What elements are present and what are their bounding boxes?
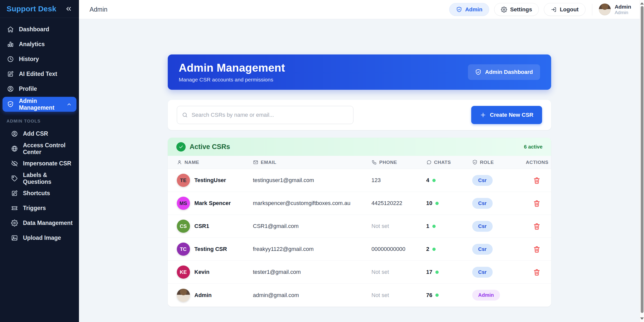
avatar: KE xyxy=(177,266,190,279)
user-chip[interactable]: Admin Admin xyxy=(599,4,631,16)
phone-cell: Not set xyxy=(372,269,426,275)
role-badge: Csr xyxy=(472,175,493,186)
sidebar-item-label: Shortcuts xyxy=(23,190,50,197)
scrollbar-down-arrow[interactable] xyxy=(640,317,644,320)
avatar-photo xyxy=(177,289,190,302)
mail-icon xyxy=(253,160,258,165)
image-icon xyxy=(11,235,18,241)
sidebar-item-upload-image[interactable]: Upload Image xyxy=(0,230,79,245)
user-role: Admin xyxy=(615,10,631,16)
sidebar-section-label: ADMIN TOOLS xyxy=(7,119,79,124)
active-csrs-header: Active CSRs 6 active xyxy=(168,138,551,156)
chats-cell: 2 xyxy=(426,246,472,252)
sidebar-item-triggers[interactable]: Triggers xyxy=(0,201,79,216)
search-card: Create New CSR xyxy=(168,100,551,130)
name-cell: CSCSR1 xyxy=(177,220,253,233)
sidebar-logo-row: Support Desk xyxy=(0,0,79,18)
sidebar-collapse-button[interactable] xyxy=(65,5,72,13)
shield-check-icon xyxy=(475,69,482,75)
delete-csr-button[interactable] xyxy=(531,175,542,186)
settings-button[interactable]: Settings xyxy=(494,3,539,16)
sidebar-item-data-management[interactable]: Data Management xyxy=(0,216,79,230)
chats-cell: 4 xyxy=(426,177,472,184)
sidebar-tools-nav: Add CSRAccess Control CenterImpersonate … xyxy=(0,126,79,245)
page-scrollbar[interactable] xyxy=(640,0,644,322)
shield-icon xyxy=(472,160,478,165)
role-cell: Csr xyxy=(472,221,526,232)
avatar: CS xyxy=(177,220,190,233)
trash-icon xyxy=(533,199,541,207)
sidebar-item-label: Impersonate CSR xyxy=(23,160,71,167)
sidebar-item-label: Data Management xyxy=(23,220,73,226)
app-root: Support Desk DashboardAnalyticsHistoryAI… xyxy=(0,0,644,322)
logout-button[interactable]: Logout xyxy=(544,3,585,16)
admin-role-badge[interactable]: Admin xyxy=(449,3,489,16)
chevrons-left-icon xyxy=(65,5,72,13)
clock-icon xyxy=(7,56,14,63)
phone-icon xyxy=(372,160,377,165)
search-icon xyxy=(182,112,188,118)
sidebar-item-shortcuts[interactable]: Shortcuts xyxy=(0,186,79,201)
sidebar-item-ai-edited-text[interactable]: AI Edited Text xyxy=(0,67,79,81)
ticket-icon xyxy=(11,205,18,212)
column-name: NAME xyxy=(177,160,253,165)
topbar-right: Admin Settings Logout Admin Admin xyxy=(449,3,631,16)
table-rows: TETestingUsertestinguser1@gmail.com1234C… xyxy=(168,169,551,307)
sidebar-item-admin-management[interactable]: Admin Management xyxy=(3,97,76,112)
scrollbar-thumb[interactable] xyxy=(641,6,643,313)
delete-csr-button[interactable] xyxy=(531,267,542,277)
sidebar-item-label: Triggers xyxy=(23,205,46,212)
page-title: Admin xyxy=(90,6,107,13)
role-badge: Admin xyxy=(472,290,500,301)
admin-dashboard-button[interactable]: Admin Dashboard xyxy=(468,64,540,80)
role-badge: Csr xyxy=(472,267,493,278)
sidebar-item-label: Profile xyxy=(19,85,37,92)
sidebar-item-dashboard[interactable]: Dashboard xyxy=(0,22,79,37)
main-content: Admin Management Manage CSR accounts and… xyxy=(79,19,640,322)
role-badge: Csr xyxy=(472,244,493,255)
sidebar-item-analytics[interactable]: Analytics xyxy=(0,37,79,52)
table-row: MSMark Spencermarkspencer@customgiftboxe… xyxy=(168,192,551,215)
sidebar-item-history[interactable]: History xyxy=(0,52,79,67)
sidebar-item-label: History xyxy=(19,56,39,63)
chats-cell: 1 xyxy=(426,223,472,229)
shield-check-icon xyxy=(456,7,462,13)
chats-cell: 76 xyxy=(426,292,472,299)
scrollbar-up-arrow[interactable] xyxy=(640,2,644,5)
delete-csr-button[interactable] xyxy=(531,244,542,254)
trash-icon xyxy=(533,268,541,276)
delete-csr-button[interactable] xyxy=(531,198,542,209)
sidebar-item-access-control-center[interactable]: Access Control Center xyxy=(0,141,79,156)
check-circle-icon xyxy=(176,142,186,152)
role-cell: Csr xyxy=(472,175,526,186)
user-circle-icon xyxy=(7,85,14,92)
table-row: Adminadmin@gmail.comNot set76Admin xyxy=(168,284,551,307)
actions-cell xyxy=(526,175,542,186)
phone-cell: 00000000000 xyxy=(372,246,426,252)
sidebar-item-labels-questions[interactable]: Labels & Questions xyxy=(0,171,79,186)
column-actions: ACTIONS xyxy=(526,160,549,165)
online-dot xyxy=(435,294,439,297)
user-icon xyxy=(177,160,182,165)
create-new-csr-button[interactable]: Create New CSR xyxy=(471,106,542,124)
search-input[interactable] xyxy=(177,106,353,124)
table-row: TETestingUsertestinguser1@gmail.com1234C… xyxy=(168,169,551,192)
sidebar-item-profile[interactable]: Profile xyxy=(0,81,79,96)
sidebar-item-add-csr[interactable]: Add CSR xyxy=(0,126,79,141)
column-chats: CHATS xyxy=(426,160,472,165)
trash-icon xyxy=(533,177,541,184)
sidebar-item-label: Access Control Center xyxy=(23,142,74,156)
chats-cell: 10 xyxy=(426,200,472,207)
chats-cell: 17 xyxy=(426,269,472,275)
phone-cell: Not set xyxy=(372,223,426,229)
phone-cell: 123 xyxy=(372,177,426,184)
delete-csr-button[interactable] xyxy=(531,221,542,231)
role-cell: Csr xyxy=(472,198,526,209)
topbar-divider xyxy=(592,4,592,15)
eye-off-icon xyxy=(11,160,18,167)
column-phone: PHONE xyxy=(372,160,426,165)
chevron-up-icon xyxy=(66,102,72,107)
role-cell: Csr xyxy=(472,267,526,278)
chat-icon xyxy=(426,160,432,165)
sidebar-item-impersonate-csr[interactable]: Impersonate CSR xyxy=(0,156,79,171)
